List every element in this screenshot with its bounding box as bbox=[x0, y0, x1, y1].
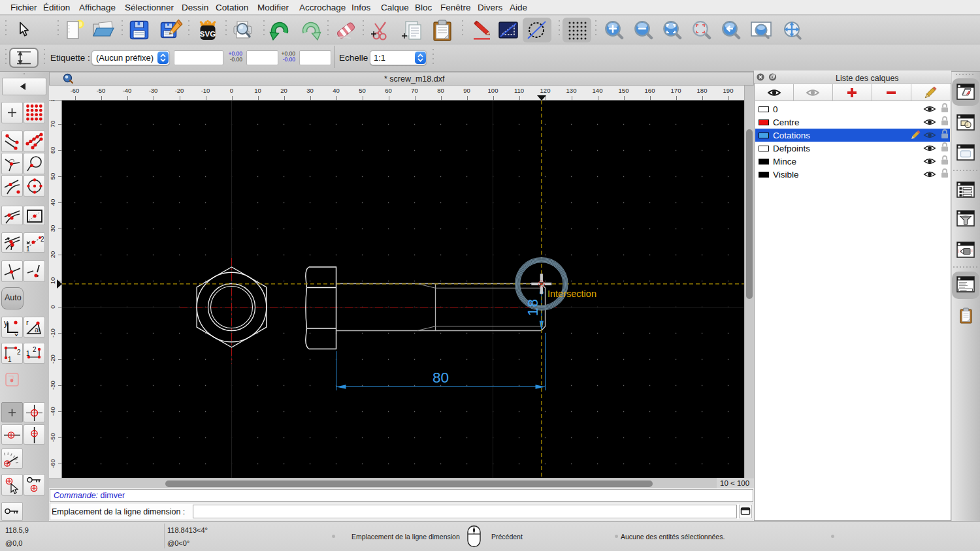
svg-text:r: r bbox=[26, 319, 29, 326]
svg-text:SVG: SVG bbox=[200, 30, 216, 38]
svg-text:1: 1 bbox=[26, 245, 30, 251]
svg-text:1: 1 bbox=[8, 356, 12, 362]
svg-text:Intersection: Intersection bbox=[547, 289, 596, 299]
svg-text:a: a bbox=[35, 326, 39, 334]
svg-text:2: 2 bbox=[33, 346, 37, 353]
svg-text:18: 18 bbox=[525, 298, 541, 316]
svg-text:x: x bbox=[14, 331, 18, 336]
svg-text:80: 80 bbox=[433, 370, 449, 386]
svg-text:2: 2 bbox=[17, 349, 21, 356]
svg-text:1: 1 bbox=[26, 350, 30, 357]
svg-text:y: y bbox=[4, 319, 8, 328]
svg-text:2: 2 bbox=[41, 236, 44, 243]
